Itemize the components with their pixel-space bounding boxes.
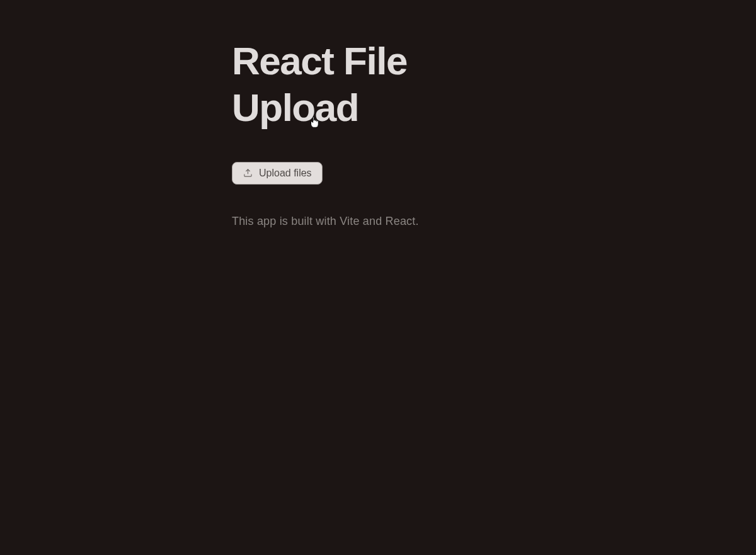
- upload-icon: [243, 168, 253, 178]
- app-description: This app is built with Vite and React.: [232, 215, 528, 228]
- main-container: React File Upload Upload files This app …: [232, 0, 528, 228]
- page-title: React File Upload: [232, 38, 528, 132]
- upload-button-label: Upload files: [259, 168, 312, 179]
- upload-files-button[interactable]: Upload files: [232, 162, 323, 185]
